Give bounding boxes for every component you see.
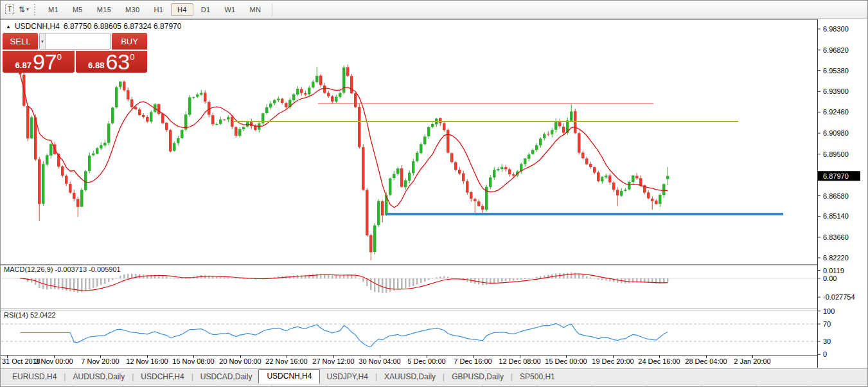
candle <box>150 111 153 124</box>
symbol-tab-USDCAD[interactable]: USDCAD,Daily <box>194 370 259 384</box>
rsi-axis-label: 0 <box>823 350 827 358</box>
macd-axis-label: 0.0119 <box>823 267 844 274</box>
timeframe-button-M5[interactable]: M5 <box>66 3 89 16</box>
symbol-tab-EURUSD[interactable]: EURUSD,H4 <box>6 370 63 384</box>
toolbar-separator <box>272 3 272 16</box>
candle <box>366 188 369 237</box>
symbol-tab-AUDUSD[interactable]: AUDUSD,Daily <box>66 370 131 384</box>
text-tool-icon: T <box>5 4 15 14</box>
timeframe-button-W1[interactable]: W1 <box>218 3 242 16</box>
current-price-tag: 6.87970 <box>818 171 860 181</box>
rsi-axis-label: 70 <box>823 320 831 328</box>
rsi-axis-label: 30 <box>823 338 831 345</box>
time-axis-label: 7 Nov 20:00 <box>81 357 119 365</box>
candle <box>578 132 581 155</box>
price-axis-label: 6.86580 <box>823 192 849 200</box>
price-axis-label: 6.98300 <box>823 25 849 33</box>
price-axis-label: 6.85140 <box>823 212 849 220</box>
trade-prices-row: 6.87 97 0 6.88 63 0 <box>3 51 147 73</box>
volume-decrease-button[interactable]: ▼ <box>40 33 46 49</box>
symbol-tab-bar: EURUSD,H4|AUDUSD,Daily|USDCHF,H4|USDCAD,… <box>1 368 867 384</box>
time-axis-label: 20 Nov 00:00 <box>219 357 261 365</box>
price-axis-label: 6.90980 <box>823 129 849 137</box>
candle <box>354 93 357 108</box>
time-axis-label: 5 Dec 00:00 <box>407 357 445 365</box>
buy-price-tile[interactable]: 6.88 63 0 <box>76 51 148 73</box>
sell-price-tile[interactable]: 6.87 97 0 <box>3 51 75 73</box>
price-axis-label: 6.83660 <box>823 233 849 241</box>
candle <box>485 185 488 212</box>
time-axis-label: 12 Dec 08:00 <box>499 357 540 365</box>
candle <box>450 152 454 163</box>
candle <box>400 165 403 188</box>
candle <box>377 199 380 227</box>
symbol-tab-USDCNH[interactable]: USDCNH,H4 <box>258 369 320 384</box>
candle <box>84 170 87 192</box>
trade-controls-row: SELL ▼ ▲ BUY <box>3 33 147 50</box>
chart-symbol-title: USDCNH,H4 <box>15 22 60 31</box>
candle <box>466 179 469 195</box>
candle <box>107 121 111 145</box>
timeframe-button-H4[interactable]: H4 <box>171 3 193 16</box>
caret-down-icon: ▼ <box>40 39 44 43</box>
candle <box>111 107 114 125</box>
time-axis-label: 30 Nov 04:00 <box>359 357 400 365</box>
symbol-tab-GBPUSD[interactable]: GBPUSD,Daily <box>445 370 510 384</box>
timeframe-button-M1[interactable]: M1 <box>42 3 65 16</box>
timeframe-button-D1[interactable]: D1 <box>195 3 217 16</box>
price-axis-label: 6.95380 <box>823 67 849 75</box>
arrange-tool-button[interactable]: ⇅ ▾ <box>17 3 31 17</box>
time-axis-label: 28 Dec 04:00 <box>685 357 727 365</box>
rsi-label: RSI(14) 52.0422 <box>4 311 56 319</box>
price-axis-label: 6.82220 <box>823 254 849 262</box>
buy-button[interactable]: BUY <box>112 33 147 50</box>
candle <box>123 80 126 91</box>
candle <box>188 95 191 117</box>
candle <box>169 129 172 152</box>
candle <box>96 147 99 154</box>
sort-arrows-icon: ⇅ <box>19 5 25 14</box>
symbol-tab-USDCHF[interactable]: USDCHF,H4 <box>134 370 190 384</box>
macd-axis-label: 0.00 <box>823 274 837 282</box>
candle <box>628 181 631 191</box>
timeframe-button-M15[interactable]: M15 <box>91 3 118 16</box>
candle <box>80 188 84 208</box>
buy-price-pipette: 0 <box>130 52 134 62</box>
time-axis-label: 15 Nov 08:00 <box>172 357 214 365</box>
volume-input[interactable] <box>46 33 111 49</box>
symbol-tab-SP500[interactable]: SP500,H1 <box>513 370 562 384</box>
time-axis-label: 19 Dec 20:00 <box>592 357 633 365</box>
svg-text:6.87970: 6.87970 <box>823 172 849 180</box>
symbol-tab-USDJPY[interactable]: USDJPY,H4 <box>320 370 374 384</box>
one-click-trading-panel: SELL ▼ ▲ BUY 6.87 97 0 6.88 63 0 <box>3 33 147 73</box>
rsi-axis-label: 100 <box>823 307 835 315</box>
candle <box>46 154 49 166</box>
sell-price-pipette: 0 <box>57 52 62 62</box>
candle <box>88 152 91 173</box>
timeframe-button-M30[interactable]: M30 <box>119 3 146 16</box>
time-axis-label: 3 Nov 00:00 <box>35 357 73 365</box>
sell-button[interactable]: SELL <box>3 33 38 50</box>
time-axis-label: 15 Dec 00:00 <box>545 357 587 365</box>
time-axis-label: 22 Nov 16:00 <box>265 357 307 365</box>
macd-axis-label: -0.027754 <box>823 293 855 301</box>
time-axis-label: 12 Nov 16:00 <box>126 357 168 365</box>
candle <box>597 171 600 183</box>
time-axis-label: 7 Dec 16:00 <box>454 357 492 365</box>
candle <box>115 86 118 109</box>
price-axis-label: 6.92460 <box>823 108 849 116</box>
text-tool-button[interactable]: T <box>3 3 17 17</box>
terminal-strip <box>1 384 867 387</box>
chart-ohlc-values: 6.87750 6.88605 6.87324 6.87970 <box>64 22 182 31</box>
timeframe-button-H1[interactable]: H1 <box>147 3 170 16</box>
sell-price-big: 97 <box>33 52 57 71</box>
candle <box>157 104 161 116</box>
candle <box>362 144 365 191</box>
candle <box>42 161 45 206</box>
one-click-panel-toggle-icon[interactable]: ▲ <box>6 24 11 30</box>
symbol-tab-XAUUSD[interactable]: XAUUSD,Daily <box>378 370 442 384</box>
buy-price-big: 63 <box>105 52 130 71</box>
macd-label: MACD(12,26,9) -0.003713 -0.005901 <box>4 266 121 273</box>
timeframe-button-MN[interactable]: MN <box>244 3 268 16</box>
candle <box>416 151 419 163</box>
